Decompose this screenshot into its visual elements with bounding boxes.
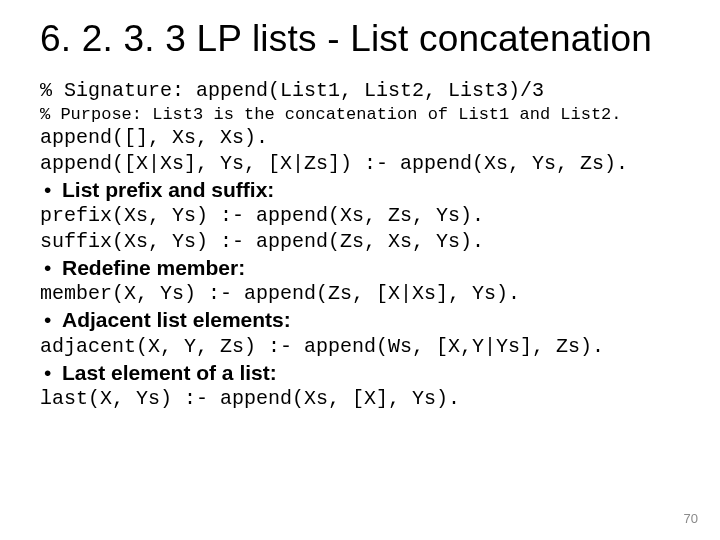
bullet-last: Last element of a list: (40, 360, 680, 387)
bullet-label: Last element of a list: (62, 361, 277, 384)
slide: 6. 2. 3. 3 LP lists - List concatenation… (0, 0, 720, 540)
code-line: append([], Xs, Xs). (40, 125, 680, 151)
code-signature: % Signature: append(List1, List2, List3)… (40, 78, 680, 104)
bullet-label: Adjacent list elements: (62, 308, 291, 331)
code-line: adjacent(X, Y, Zs) :- append(Ws, [X,Y|Ys… (40, 334, 680, 360)
code-line: member(X, Ys) :- append(Zs, [X|Xs], Ys). (40, 281, 680, 307)
code-line: prefix(Xs, Ys) :- append(Xs, Zs, Ys). (40, 203, 680, 229)
slide-body: % Signature: append(List1, List2, List3)… (40, 78, 680, 412)
bullet-prefix-suffix: List prefix and suffix: (40, 177, 680, 204)
code-purpose: % Purpose: List3 is the concatenation of… (40, 104, 680, 126)
code-line: suffix(Xs, Ys) :- append(Zs, Xs, Ys). (40, 229, 680, 255)
bullet-redefine-member: Redefine member: (40, 255, 680, 282)
bullet-label: List prefix and suffix: (62, 178, 274, 201)
bullet-label: Redefine member: (62, 256, 245, 279)
page-number: 70 (684, 511, 698, 526)
code-line: append([X|Xs], Ys, [X|Zs]) :- append(Xs,… (40, 151, 680, 177)
code-line: last(X, Ys) :- append(Xs, [X], Ys). (40, 386, 680, 412)
bullet-adjacent: Adjacent list elements: (40, 307, 680, 334)
slide-title: 6. 2. 3. 3 LP lists - List concatenation (40, 18, 680, 60)
